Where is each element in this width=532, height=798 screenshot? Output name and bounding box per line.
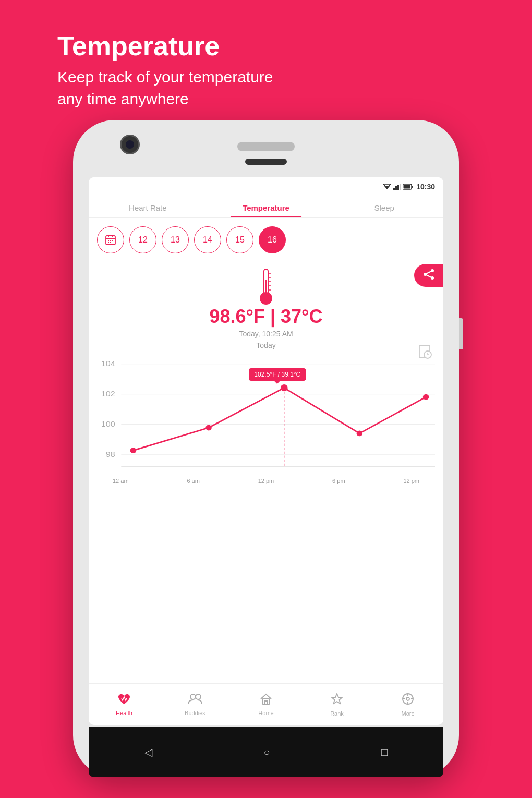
page-title: Temperature [57,31,273,61]
status-bar: 10:30 [89,177,443,196]
battery-icon [403,184,413,190]
share-button[interactable] [414,264,443,287]
svg-point-42 [130,448,137,453]
temperature-value: 98.6°F | 37°C [210,306,323,328]
date-12[interactable]: 12 [129,226,156,253]
svg-point-54 [406,697,409,700]
date-15[interactable]: 15 [226,226,253,253]
android-home-button[interactable]: ○ [263,746,270,758]
phone-screen: 10:30 Heart Rate Temperature Sleep [89,177,443,725]
date-16[interactable]: 16 [259,226,286,253]
chart-area: Today 102.5°F / 39.1°C 104 102 100 98 [89,341,443,683]
chart-title: Today [97,341,435,349]
svg-point-46 [423,394,429,400]
android-recent-button[interactable]: □ [381,746,388,758]
page-header: Temperature Keep track of your temperatu… [57,31,273,110]
more-label: More [401,710,414,717]
svg-point-49 [196,694,201,699]
home-label: Home [258,710,273,716]
phone-side-button [459,318,463,349]
tab-heart-rate[interactable]: Heart Rate [89,196,207,217]
svg-line-30 [425,274,432,278]
svg-marker-1 [383,184,391,188]
wifi-icon [383,184,391,190]
temperature-display: 98.6°F | 37°C Today, 10:25 AM [89,259,443,341]
nav-item-home[interactable]: Home [231,693,301,716]
phone-speaker [237,142,295,151]
svg-point-43 [205,425,212,431]
svg-rect-2 [393,188,395,190]
nav-item-health[interactable]: Health [89,693,160,716]
svg-rect-3 [395,186,397,190]
share-icon [423,269,434,283]
nav-item-more[interactable]: More [372,693,443,717]
svg-line-29 [425,271,432,274]
svg-point-44 [281,384,288,391]
chart-x-labels: 12 am 6 am 12 pm 6 pm 12 pm [97,478,435,484]
date-13[interactable]: 13 [162,226,189,253]
thermometer-icon [250,264,282,306]
nav-item-buddies[interactable]: Buddies [160,693,231,716]
tab-temperature[interactable]: Temperature [207,196,325,217]
svg-rect-5 [400,184,401,190]
svg-rect-4 [397,185,399,190]
svg-text:100: 100 [101,419,115,428]
tab-bar: Heart Rate Temperature Sleep [89,196,443,218]
chart-tooltip: 102.5°F / 39.1°C [249,368,306,381]
health-label: Health [116,710,132,716]
svg-point-48 [190,694,196,699]
svg-marker-52 [332,694,342,704]
nav-item-rank[interactable]: Rank [301,693,372,717]
svg-rect-8 [412,186,413,188]
more-icon [402,693,414,708]
svg-text:102: 102 [101,389,115,397]
rank-icon [331,693,343,708]
health-icon [117,693,131,708]
android-back-button[interactable]: ◁ [144,746,152,758]
date-14[interactable]: 14 [194,226,221,253]
svg-rect-51 [264,701,268,704]
rank-label: Rank [330,710,344,717]
svg-rect-7 [404,185,410,189]
phone-camera [120,135,140,154]
calendar-button[interactable] [97,226,124,253]
temperature-time: Today, 10:25 AM [239,330,293,338]
svg-rect-20 [265,280,267,299]
tab-sleep[interactable]: Sleep [325,196,443,217]
status-time: 10:30 [416,183,435,191]
svg-text:98: 98 [106,450,115,458]
signal-icon [393,184,401,190]
phone-shell: 10:30 Heart Rate Temperature Sleep [73,120,459,777]
buddies-label: Buddies [185,710,205,716]
svg-text:104: 104 [101,359,115,368]
status-icons [383,184,413,190]
svg-point-45 [357,430,363,436]
home-icon [260,693,272,708]
dates-row: 12 13 14 15 16 [89,218,443,259]
phone-earpiece [245,159,287,165]
buddies-icon [187,693,203,708]
chart-container: 102.5°F / 39.1°C 104 102 100 98 [97,353,435,478]
bottom-nav: Health Buddies [89,683,443,725]
page-subtitle: Keep track of your temperatureany time a… [57,66,273,110]
android-nav: ◁ ○ □ [89,727,443,777]
